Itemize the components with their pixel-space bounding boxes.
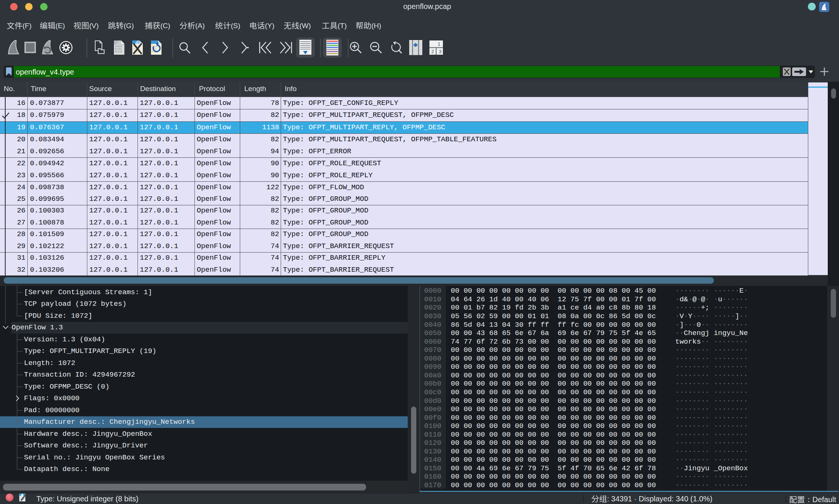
svg-text:3: 3 [439,49,441,54]
svg-text:01101: 01101 [115,48,122,51]
svg-text:01010: 01010 [115,45,122,48]
svg-text:1: 1 [438,41,440,47]
svg-text:2: 2 [431,49,434,54]
svg-text:01110: 01110 [115,51,122,53]
